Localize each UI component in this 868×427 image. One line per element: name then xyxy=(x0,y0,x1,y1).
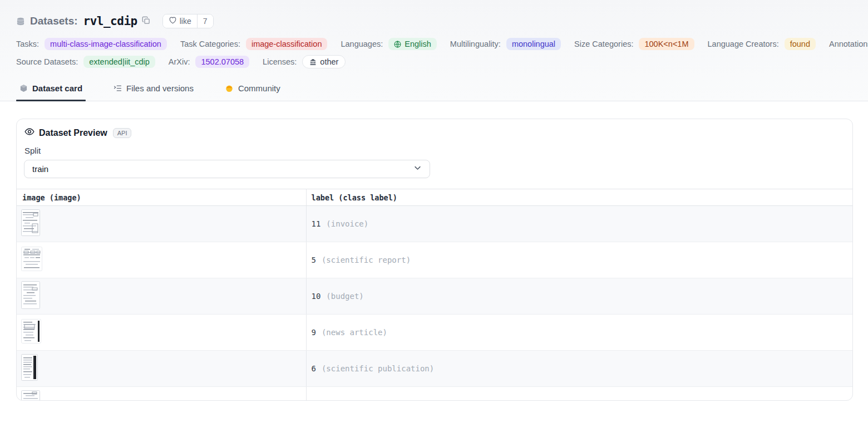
tag-pill-value: 100K<n<1M xyxy=(644,40,688,48)
column-header-label: label (class label) xyxy=(306,189,852,206)
table-header-row: image (image) label (class label) xyxy=(17,189,852,206)
table-row: 6(scientific publication) xyxy=(17,351,852,387)
tag-label: ArXiv: xyxy=(169,57,190,66)
document-image[interactable] xyxy=(21,281,40,309)
tab-label: Community xyxy=(238,84,280,93)
tag-group: Tasks:multi-class-image-classification xyxy=(16,38,167,50)
page-content: Dataset Preview API Split train image (i… xyxy=(0,101,868,401)
split-select[interactable]: train xyxy=(24,160,430,178)
label-number: 5 xyxy=(312,256,316,264)
image-cell xyxy=(17,242,306,278)
tag-pill[interactable]: found xyxy=(785,38,816,50)
tag-pill[interactable]: 1502.07058 xyxy=(195,56,249,68)
label-class-name: (scientific publication) xyxy=(322,364,434,373)
label-number: 9 xyxy=(312,328,316,337)
tag-label: Size Categories: xyxy=(574,40,633,48)
tag-row-2: Source Datasets:extended|iit_cdipArXiv:1… xyxy=(16,55,852,68)
label-number: 11 xyxy=(312,219,321,228)
table-row xyxy=(17,387,852,401)
tag-label: Languages: xyxy=(341,40,383,48)
tag-pill-value: English xyxy=(405,40,431,48)
tag-pill[interactable]: multi-class-image-classification xyxy=(45,38,167,50)
document-image[interactable] xyxy=(21,319,41,343)
dataset-page: Datasets: rvl_cdip like 7 Tasks:multi-cl… xyxy=(0,0,868,427)
tag-pill-value: monolingual xyxy=(512,40,555,48)
image-cell xyxy=(17,387,306,401)
label-number: 6 xyxy=(312,364,316,373)
tag-group: Language Creators:found xyxy=(708,38,816,50)
like-label: like xyxy=(180,17,191,26)
table-row: 10(budget) xyxy=(17,278,852,315)
label-cell: 5(scientific report) xyxy=(306,242,852,278)
chevron-down-icon xyxy=(413,164,422,174)
dataset-preview-card: Dataset Preview API Split train image (i… xyxy=(16,119,853,401)
tag-group: Size Categories:100K<n<1M xyxy=(574,38,694,50)
document-image[interactable] xyxy=(21,247,42,271)
database-icon xyxy=(16,17,25,26)
document-image[interactable] xyxy=(21,209,40,236)
label-cell: 9(news article) xyxy=(306,315,852,351)
eye-icon xyxy=(24,127,34,138)
tag-group: Licenses:other xyxy=(263,55,346,68)
tag-pill-value: image-classification xyxy=(251,40,322,48)
datasets-kicker[interactable]: Datasets: xyxy=(30,15,78,27)
table-row: 9(news article) xyxy=(17,315,852,351)
tab-bar: Dataset cardFiles and versionsCommunity xyxy=(0,84,868,101)
tag-pill[interactable]: 100K<n<1M xyxy=(639,38,694,50)
cube-icon xyxy=(19,84,28,92)
label-class-name: (scientific report) xyxy=(322,256,411,264)
split-label: Split xyxy=(24,146,852,155)
tag-pill[interactable]: image-classification xyxy=(246,38,328,50)
copy-name-button[interactable] xyxy=(142,16,150,26)
image-cell xyxy=(17,278,306,315)
bank-icon xyxy=(309,58,317,66)
tag-pill[interactable]: monolingual xyxy=(506,38,561,50)
like-count[interactable]: 7 xyxy=(197,14,213,28)
tag-label: Multilinguality: xyxy=(450,40,501,48)
tag-group: Multilinguality:monolingual xyxy=(450,38,561,50)
preview-title: Dataset Preview xyxy=(39,128,107,138)
heart-icon xyxy=(169,17,177,26)
dataset-title: rvl_cdip xyxy=(83,14,137,28)
tab-files-and-versions[interactable]: Files and versions xyxy=(110,84,197,101)
copy-icon xyxy=(142,16,150,26)
document-image[interactable] xyxy=(21,390,40,401)
document-image[interactable] xyxy=(21,354,38,381)
tag-group: Task Categories:image-classification xyxy=(180,38,328,50)
api-badge[interactable]: API xyxy=(113,128,132,138)
tag-pill[interactable]: English xyxy=(388,38,437,50)
tag-pill[interactable]: extended|iit_cdip xyxy=(83,56,155,68)
like-widget: like 7 xyxy=(162,14,214,28)
tag-pill-value: found xyxy=(790,40,810,48)
label-cell xyxy=(306,387,852,401)
like-button[interactable]: like xyxy=(163,14,197,28)
image-cell xyxy=(17,206,306,242)
community-icon xyxy=(225,84,234,93)
tag-label: Language Creators: xyxy=(708,40,779,48)
tag-label: Task Categories: xyxy=(180,40,240,48)
globe-icon xyxy=(394,41,401,48)
image-cell xyxy=(17,315,306,351)
table-row: 5(scientific report) xyxy=(17,242,852,278)
tag-label: Licenses: xyxy=(263,57,297,66)
column-header-image: image (image) xyxy=(17,189,306,206)
tag-pill-value: other xyxy=(320,57,338,66)
preview-table-body: 11(invoice)5(scientific report)10(budget… xyxy=(17,206,852,401)
tag-group: Source Datasets:extended|iit_cdip xyxy=(16,56,155,68)
label-cell: 10(budget) xyxy=(306,278,852,315)
tab-community[interactable]: Community xyxy=(221,84,284,101)
tab-label: Files and versions xyxy=(126,84,194,93)
tag-label: Source Datasets: xyxy=(16,57,78,66)
preview-table: image (image) label (class label) 11(inv… xyxy=(17,189,852,401)
page-header: Datasets: rvl_cdip like 7 Tasks:multi-cl… xyxy=(0,0,868,101)
tag-pill-value: extended|iit_cdip xyxy=(89,57,150,66)
tab-label: Dataset card xyxy=(32,84,82,93)
tag-pill[interactable]: other xyxy=(302,55,346,68)
tag-label: Annotations Creators: xyxy=(829,40,868,48)
table-row: 11(invoice) xyxy=(17,206,852,242)
tag-pill-value: 1502.07058 xyxy=(201,57,244,66)
image-cell xyxy=(17,351,306,387)
label-class-name: (invoice) xyxy=(326,219,368,228)
tab-dataset-card[interactable]: Dataset card xyxy=(16,84,86,101)
title-row: Datasets: rvl_cdip like 7 xyxy=(16,13,868,29)
